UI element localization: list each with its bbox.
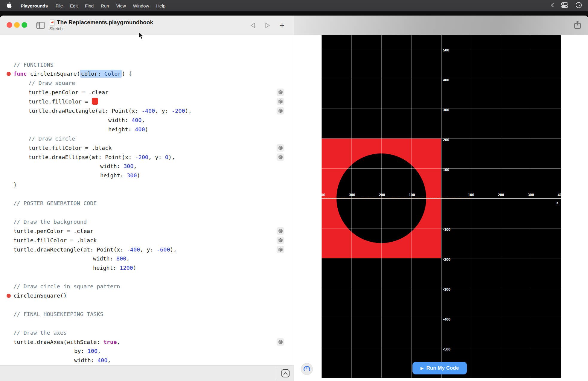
code-line[interactable]: turtle.drawAxes(withScale: true, bbox=[13, 337, 120, 347]
speed-gauge-icon bbox=[303, 365, 311, 373]
code-line[interactable]: width: 300, bbox=[100, 161, 137, 171]
run-button-label: Run My Code bbox=[426, 365, 459, 371]
code-line[interactable]: // Draw circle in square pattern bbox=[13, 282, 120, 291]
x-axis-tick-label: 200 bbox=[498, 193, 504, 197]
y-axis-tick-label: -100 bbox=[443, 228, 450, 232]
result-cube-button[interactable] bbox=[277, 246, 284, 253]
close-button[interactable] bbox=[7, 22, 12, 28]
bottom-bar-divider bbox=[277, 368, 277, 379]
result-cube-button[interactable] bbox=[277, 107, 284, 115]
x-axis-tick-label: -100 bbox=[407, 193, 415, 197]
menu-window[interactable]: Window bbox=[130, 3, 153, 8]
run-speed-button[interactable] bbox=[301, 363, 313, 375]
add-page-button[interactable]: + bbox=[278, 21, 287, 30]
code-line[interactable]: // Draw circle bbox=[28, 134, 75, 143]
y-axis-tick-label: 300 bbox=[443, 108, 449, 112]
result-cube-button[interactable] bbox=[277, 153, 284, 161]
y-axis-tick-label: -400 bbox=[443, 317, 450, 321]
code-line[interactable]: turtle.drawEllipse(at: Point(x: -200, y:… bbox=[28, 153, 175, 162]
play-icon: ▶ bbox=[421, 366, 424, 370]
code-line[interactable]: width: 400, bbox=[108, 115, 145, 125]
code-line[interactable]: // POSTER GENERATION CODE bbox=[13, 199, 97, 208]
color-swatch-red[interactable] bbox=[92, 98, 98, 105]
sidebar-toggle-icon[interactable] bbox=[36, 22, 45, 29]
y-axis-line bbox=[441, 19, 441, 378]
code-line[interactable]: func circleInSquare(color: Color) { bbox=[13, 69, 132, 78]
code-line[interactable]: // Draw square bbox=[28, 78, 75, 88]
share-icon[interactable] bbox=[574, 20, 581, 29]
menu-file[interactable]: File bbox=[52, 3, 66, 8]
menu-playgrounds[interactable]: Playgrounds bbox=[16, 3, 52, 8]
code-line[interactable]: width: 800, bbox=[93, 254, 130, 263]
code-line[interactable]: // FINAL HOUSEKEEPING TASKS bbox=[13, 310, 103, 319]
clock-icon[interactable] bbox=[575, 2, 582, 10]
menu-run[interactable]: Run bbox=[97, 3, 113, 8]
x-axis-tick-label: 300 bbox=[528, 193, 534, 197]
x-axis-tick-label: 100 bbox=[468, 193, 474, 197]
pane-divider[interactable] bbox=[294, 35, 294, 365]
y-axis-tick-label: 100 bbox=[443, 168, 449, 172]
result-cube-button[interactable] bbox=[277, 338, 284, 346]
code-line[interactable]: width: 400, bbox=[74, 356, 111, 365]
result-cube-button[interactable] bbox=[277, 98, 284, 105]
menu-edit[interactable]: Edit bbox=[66, 3, 81, 8]
code-line[interactable]: turtle.fillColor = bbox=[28, 97, 98, 106]
x-axis-name-label: x bbox=[556, 200, 558, 205]
x-axis-tick-label: -400 bbox=[322, 193, 325, 197]
code-editor[interactable]: // FUNCTIONSfunc circleInSquare(color: C… bbox=[0, 35, 294, 365]
code-line[interactable]: turtle.drawRectangle(at: Point(x: -400, … bbox=[28, 106, 192, 115]
result-cube-button[interactable] bbox=[277, 144, 284, 152]
code-line[interactable]: // FUNCTIONS bbox=[13, 60, 54, 69]
y-axis-tick-label: -300 bbox=[443, 287, 450, 292]
editor-bottom-bar bbox=[0, 365, 294, 381]
minimize-button[interactable] bbox=[14, 22, 20, 28]
live-view-toolbar bbox=[294, 16, 588, 35]
y-axis-tick-label: -200 bbox=[443, 257, 450, 262]
window-title: The Replacements.playgroundbook bbox=[57, 19, 153, 26]
playgroundbook-icon bbox=[50, 19, 55, 26]
menu-find[interactable]: Find bbox=[81, 3, 97, 8]
code-line[interactable]: height: 300) bbox=[100, 171, 140, 180]
code-line[interactable]: circleInSquare() bbox=[13, 291, 67, 300]
breakpoint-dot[interactable] bbox=[7, 294, 11, 298]
result-cube-button[interactable] bbox=[277, 237, 284, 244]
code-line[interactable]: by: 100, bbox=[74, 346, 101, 356]
code-line[interactable]: height: 400) bbox=[108, 125, 148, 134]
code-line[interactable]: // Draw the background bbox=[13, 217, 87, 226]
menu-help[interactable]: Help bbox=[153, 3, 169, 8]
y-axis-tick-label: 200 bbox=[443, 138, 449, 142]
x-axis-tick-label: -200 bbox=[377, 193, 385, 197]
x-axis-tick-label: 400 bbox=[558, 193, 561, 197]
y-axis-tick-label: 500 bbox=[443, 48, 449, 52]
code-line[interactable]: // Draw the axes bbox=[13, 328, 67, 337]
menu-view[interactable]: View bbox=[113, 3, 130, 8]
code-line[interactable]: turtle.penColor = .clear bbox=[28, 88, 108, 97]
y-axis-tick-label: -500 bbox=[443, 347, 450, 351]
apple-menu-icon[interactable] bbox=[7, 2, 12, 9]
code-line[interactable]: turtle.fillColor = .black bbox=[13, 236, 97, 245]
forward-button[interactable] bbox=[263, 21, 272, 30]
code-line[interactable]: turtle.fillColor = .black bbox=[28, 143, 112, 153]
turtle-trail bbox=[323, 198, 471, 198]
control-center-icon[interactable] bbox=[561, 2, 568, 10]
zoom-button[interactable] bbox=[22, 22, 27, 28]
screen: Playgrounds File Edit Find Run View Wind… bbox=[0, 0, 588, 381]
mouse-cursor bbox=[138, 32, 144, 41]
code-line[interactable]: } bbox=[13, 180, 17, 189]
console-toggle-button[interactable] bbox=[281, 369, 290, 377]
result-cube-button[interactable] bbox=[277, 89, 284, 96]
menu-bar: Playgrounds File Edit Find Run View Wind… bbox=[0, 0, 588, 11]
back-button[interactable] bbox=[248, 21, 257, 30]
result-cube-button[interactable] bbox=[277, 227, 284, 235]
code-line[interactable]: turtle.penColor = .clear bbox=[13, 226, 93, 236]
playgrounds-window: 500400300200100-100-200-300-400-500-400-… bbox=[0, 16, 588, 381]
poster-canvas: 500400300200100-100-200-300-400-500-400-… bbox=[322, 19, 561, 378]
breakpoint-dot[interactable] bbox=[7, 72, 11, 76]
x-axis-tick-label: -300 bbox=[348, 193, 355, 197]
window-subtitle: Sketch bbox=[49, 26, 63, 31]
run-my-code-button[interactable]: ▶ Run My Code bbox=[412, 362, 467, 374]
code-line[interactable]: turtle.drawRectangle(at: Point(x: -400, … bbox=[13, 245, 177, 254]
chevron-left-icon[interactable] bbox=[551, 3, 554, 9]
y-axis-tick-label: 400 bbox=[443, 78, 449, 82]
code-line[interactable]: height: 1200) bbox=[93, 263, 136, 272]
